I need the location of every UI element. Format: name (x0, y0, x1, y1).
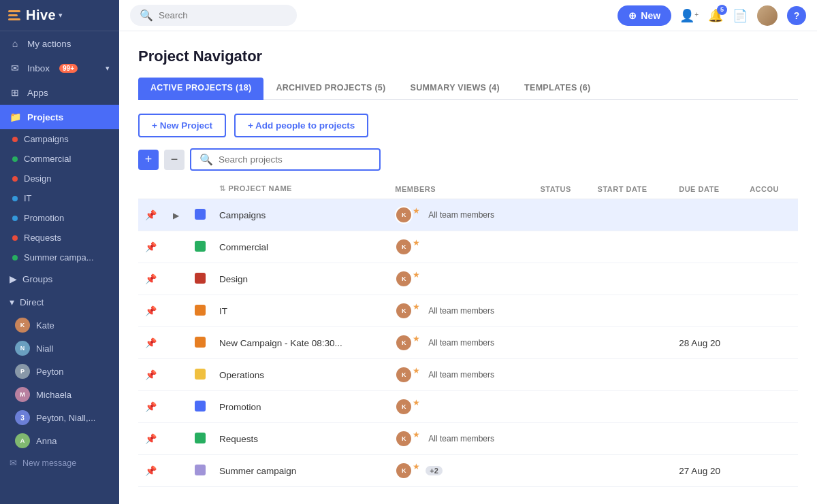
sidebar-item-my-actions[interactable]: ⌂ My actions (0, 31, 119, 56)
projects-table: ⇅PROJECT NAME MEMBERS STATUS START DATE … (138, 179, 798, 487)
expand-cell[interactable] (163, 391, 188, 423)
table-row[interactable]: 📌OperationsK★All team members (138, 359, 798, 391)
pin-cell[interactable]: 📌 (138, 423, 163, 455)
filter-row: + − 🔍 (138, 148, 798, 171)
members-label: All team members (428, 434, 494, 443)
project-color-dot (195, 241, 206, 252)
table-row[interactable]: 📌▶CampaignsK★All team members (138, 199, 798, 231)
star-icon: ★ (413, 398, 420, 407)
table-row[interactable]: 📌Summer campaignK★+227 Aug 20 (138, 455, 798, 487)
search-box[interactable]: 🔍 (130, 5, 297, 26)
project-name-cell[interactable]: Operations (212, 359, 388, 391)
tab-archived-projects[interactable]: ARCHIVED PROJECTS (5) (263, 78, 398, 100)
expand-cell[interactable]: ▶ (163, 199, 188, 231)
sidebar-direct-group[interactable]: 3 Peyton, Niall,... (0, 406, 119, 429)
add-user-icon[interactable]: 👤+ (679, 8, 699, 23)
sidebar-project-it[interactable]: IT (0, 188, 119, 208)
project-name-cell[interactable]: Requests (212, 423, 388, 455)
sidebar-direct-peyton[interactable]: P Peyton (0, 360, 119, 383)
document-icon[interactable]: 📄 (733, 8, 748, 23)
star-icon: ★ (413, 206, 420, 216)
new-message-button[interactable]: ✉ New message (0, 452, 119, 473)
expand-cell[interactable] (163, 231, 188, 263)
groups-label: Groups (22, 274, 52, 284)
search-projects-input[interactable] (219, 154, 368, 165)
members-label: All team members (428, 210, 494, 220)
members-cell: K★All team members (388, 359, 533, 391)
sidebar-groups[interactable]: ▶ Groups (0, 267, 119, 290)
account-cell (743, 199, 798, 231)
search-projects-box[interactable]: 🔍 (190, 148, 381, 171)
pin-cell[interactable]: 📌 (138, 295, 163, 327)
sidebar-direct-niall[interactable]: N Niall (0, 337, 119, 360)
filter-add-button[interactable]: + (138, 150, 159, 170)
sidebar-project-design[interactable]: Design (0, 169, 119, 188)
sidebar-item-apps[interactable]: ⊞ Apps (0, 80, 119, 105)
expand-cell[interactable] (163, 359, 188, 391)
apps-label: Apps (27, 88, 48, 98)
table-row[interactable]: 📌PromotionK★ (138, 391, 798, 423)
niall-avatar: N (15, 341, 30, 356)
sidebar-direct-anna[interactable]: A Anna (0, 429, 119, 452)
sidebar-item-projects[interactable]: 📁 Projects (0, 105, 119, 129)
pin-icon: 📌 (145, 401, 157, 412)
pin-icon: 📌 (145, 369, 157, 380)
sidebar-project-campaigns[interactable]: Campaigns (0, 129, 119, 149)
pin-cell[interactable]: 📌 (138, 231, 163, 263)
sidebar-project-summer[interactable]: Summer campa... (0, 248, 119, 267)
sidebar-direct[interactable]: ▾ Direct (0, 290, 119, 314)
pin-cell[interactable]: 📌 (138, 263, 163, 295)
tab-templates[interactable]: TEMPLATES (6) (512, 78, 603, 100)
commercial-dot (12, 156, 18, 162)
notifications-icon[interactable]: 🔔 5 (708, 8, 723, 23)
group-avatar: 3 (15, 410, 30, 425)
sidebar-item-inbox[interactable]: ✉ Inbox 99+ ▾ (0, 56, 119, 80)
project-color-dot (195, 273, 206, 284)
pin-cell[interactable]: 📌 (138, 455, 163, 487)
direct-label: Direct (20, 297, 44, 307)
sidebar-project-commercial[interactable]: Commercial (0, 149, 119, 169)
table-row[interactable]: 📌ITK★All team members (138, 295, 798, 327)
project-name-cell[interactable]: Promotion (212, 391, 388, 423)
star-icon: ★ (413, 430, 420, 439)
tab-summary-views[interactable]: SUMMARY VIEWS (4) (398, 78, 513, 100)
expand-icon[interactable]: ▶ (173, 211, 179, 220)
project-name-cell[interactable]: Commercial (212, 231, 388, 263)
members-cell: K★All team members (388, 295, 533, 327)
expand-cell[interactable] (163, 327, 188, 359)
expand-cell[interactable] (163, 455, 188, 487)
new-project-button[interactable]: + New Project (138, 114, 226, 137)
table-row[interactable]: 📌RequestsK★All team members (138, 423, 798, 455)
table-row[interactable]: 📌DesignK★ (138, 263, 798, 295)
project-name-cell[interactable]: IT (212, 295, 388, 327)
filter-remove-button[interactable]: − (164, 150, 185, 170)
project-name-cell[interactable]: Summer campaign (212, 455, 388, 487)
sidebar-direct-kate[interactable]: K Kate (0, 314, 119, 337)
expand-cell[interactable] (163, 263, 188, 295)
add-people-button[interactable]: + Add people to projects (234, 114, 368, 137)
user-avatar[interactable] (757, 5, 778, 26)
project-name-cell[interactable]: New Campaign - Kate 08:30... (212, 327, 388, 359)
pin-cell[interactable]: 📌 (138, 359, 163, 391)
project-name-cell[interactable]: Design (212, 263, 388, 295)
sidebar-project-promotion[interactable]: Promotion (0, 208, 119, 228)
sidebar-direct-michaela[interactable]: M Michaela (0, 383, 119, 406)
pin-cell[interactable]: 📌 (138, 391, 163, 423)
member-avatar: K (395, 270, 413, 288)
account-cell (743, 391, 798, 423)
expand-cell[interactable] (163, 423, 188, 455)
sidebar-project-requests[interactable]: Requests (0, 228, 119, 248)
tab-active-projects[interactable]: ACTIVE PROJECTS (18) (138, 78, 263, 100)
help-button[interactable]: ? (787, 6, 806, 25)
expand-cell[interactable] (163, 295, 188, 327)
app-logo[interactable]: Hive ▾ (0, 0, 119, 31)
project-name-cell[interactable]: Campaigns (212, 199, 388, 231)
search-input[interactable] (159, 10, 281, 20)
due-date-cell: 28 Aug 20 (672, 327, 743, 359)
table-row[interactable]: 📌New Campaign - Kate 08:30...K★All team … (138, 327, 798, 359)
new-button[interactable]: ⊕ New (618, 5, 671, 26)
table-row[interactable]: 📌CommercialK★ (138, 231, 798, 263)
project-color-dot (195, 433, 206, 443)
pin-cell[interactable]: 📌 (138, 199, 163, 231)
pin-cell[interactable]: 📌 (138, 327, 163, 359)
